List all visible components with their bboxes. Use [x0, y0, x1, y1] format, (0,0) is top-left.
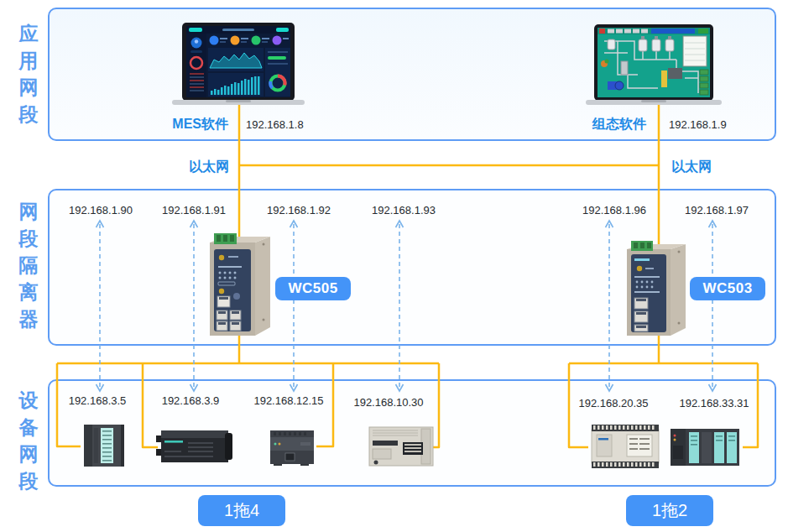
mes-laptop-image: [170, 23, 306, 108]
application-segment-label: 应用网段: [17, 20, 40, 128]
badge-1-to-4[interactable]: 1拖4: [198, 495, 285, 526]
scada-ip-label: 192.168.1.9: [669, 118, 727, 131]
ip-mapping-line-1: [97, 221, 104, 391]
plc-mitsubishi-fx-image: [366, 424, 436, 468]
plc-delta-dvp-image: [587, 423, 664, 469]
badge-1-to-2[interactable]: 1拖2: [626, 495, 713, 526]
lan-ip-label: 192.168.12.15: [247, 394, 331, 407]
ethernet-label-left: 以太网: [137, 159, 229, 176]
wan-ip-label: 192.168.1.90: [59, 204, 143, 216]
plc-siemens-s71200-image: [267, 427, 317, 466]
wan-ip-label: 192.168.1.92: [257, 204, 341, 216]
wan-ip-label: 192.168.1.96: [572, 204, 656, 216]
scada-software-label: 组态软件: [554, 116, 646, 133]
mes-software-label: MES软件: [136, 116, 228, 133]
lan-ip-label: 192.168.3.5: [55, 394, 139, 407]
ip-mapping-line-5: [606, 221, 613, 391]
plc-siemens-s7200-image: [154, 425, 234, 466]
wc505-button[interactable]: WC505: [275, 277, 351, 300]
wc503-device-image: [622, 241, 694, 338]
wc505-device-image: [203, 232, 280, 338]
scada-laptop-image: [584, 24, 723, 108]
isolator-segment-label: 网段隔离器: [17, 198, 40, 332]
wan-ip-label: 192.168.1.97: [675, 204, 759, 216]
network-topology-diagram: 应用网段 网段隔离器 设备网段: [0, 0, 788, 532]
wan-ip-label: 192.168.1.91: [152, 204, 236, 216]
ip-mapping-line-6: [709, 221, 717, 391]
wan-ip-label: 192.168.1.93: [362, 204, 446, 216]
lan-ip-label: 192.168.33.31: [672, 397, 756, 409]
wc503-button[interactable]: WC503: [690, 277, 765, 300]
ip-mapping-line-3: [290, 221, 298, 391]
ethernet-label-right: 以太网: [671, 159, 712, 176]
lan-ip-label: 192.168.3.9: [149, 394, 232, 407]
ip-mapping-line-2: [190, 221, 198, 391]
ip-mapping-line-4: [396, 221, 404, 391]
plc-siemens-sm-image: [79, 423, 131, 468]
lan-ip-label: 192.168.10.30: [347, 396, 431, 409]
plc-siemens-s7300-image: [667, 425, 743, 468]
lan-ip-label: 192.168.20.35: [571, 397, 655, 409]
mes-ip-label: 192.168.1.8: [246, 118, 304, 131]
device-segment-label: 设备网段: [17, 387, 40, 494]
